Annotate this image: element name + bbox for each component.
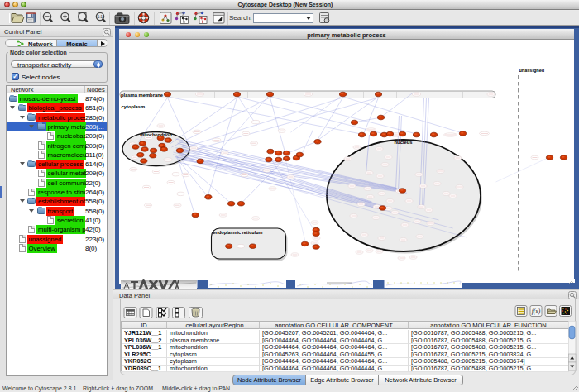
svg-text:plasma membrane: plasma membrane [121,93,164,98]
svg-text:f(x): f(x) [532,308,541,315]
svg-text:1:1: 1:1 [98,15,103,19]
svg-text:nucleus: nucleus [395,140,413,145]
svg-text:unassigned: unassigned [519,68,545,73]
svg-text:mitochondrion: mitochondrion [140,132,172,137]
svg-text:cytoplasm: cytoplasm [122,104,146,109]
svg-text:endoplasmic reticulum: endoplasmic reticulum [213,230,263,235]
